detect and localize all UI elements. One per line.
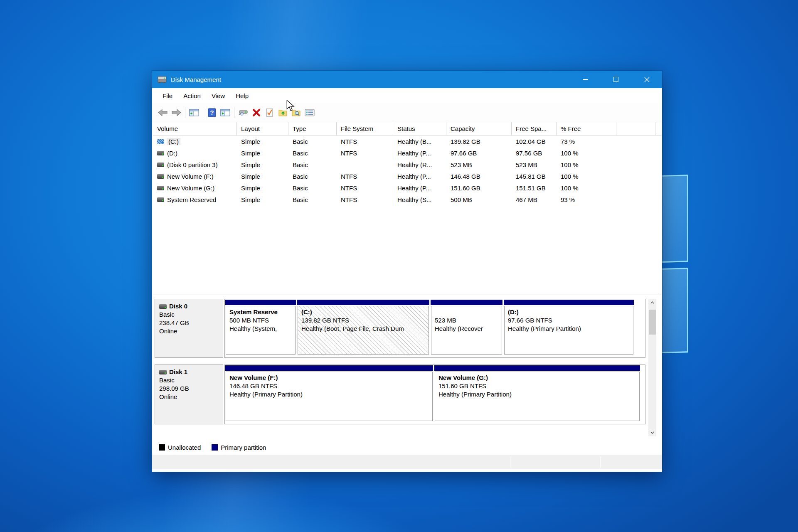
properties-list-icon xyxy=(305,108,315,117)
mark-partition-button[interactable] xyxy=(263,106,276,119)
type-cell: Basic xyxy=(288,161,337,168)
help-icon: ? xyxy=(208,108,216,117)
vertical-scrollbar[interactable] xyxy=(648,299,656,436)
table-row[interactable]: New Volume (F:) Simple Basic NTFS Health… xyxy=(153,170,661,182)
scroll-down-icon[interactable] xyxy=(648,429,656,436)
volume-icon xyxy=(157,174,164,179)
disk-icon xyxy=(159,304,167,309)
status-cell: Healthy (R... xyxy=(393,161,446,168)
forward-button[interactable] xyxy=(170,106,183,119)
partition-c-drive[interactable]: (C:) 139.82 GB NTFS Healthy (Boot, Page … xyxy=(297,300,429,357)
properties-button[interactable] xyxy=(303,106,316,119)
unallocated-swatch xyxy=(159,444,165,451)
disk-1-row: Disk 1 Basic 298.09 GB Online New Volume… xyxy=(155,365,645,424)
partition-title xyxy=(435,308,502,316)
partition-size: 500 MB NTFS xyxy=(229,316,295,325)
minimize-button[interactable] xyxy=(570,71,601,88)
partition-title: New Volume (F:) xyxy=(229,374,432,382)
status-cell: Healthy (P... xyxy=(393,185,446,192)
fs-cell: NTFS xyxy=(337,138,393,145)
partition-system-reserved[interactable]: System Reserve 500 MB NTFS Healthy (Syst… xyxy=(225,300,296,357)
scroll-up-icon[interactable] xyxy=(648,299,656,306)
partition-g-drive[interactable]: New Volume (G:) 151.60 GB NTFS Healthy (… xyxy=(434,365,640,424)
partition-title: System Reserve xyxy=(229,308,295,316)
table-row[interactable]: System Reserved Simple Basic NTFS Health… xyxy=(153,194,661,205)
status-bar-divider xyxy=(510,456,510,468)
capacity-cell: 523 MB xyxy=(446,161,512,168)
layout-cell: Simple xyxy=(237,161,288,168)
volume-c-icon xyxy=(157,139,164,144)
menu-view[interactable]: View xyxy=(206,89,230,102)
partition-health: Healthy (Recover xyxy=(435,325,502,333)
scrollbar-thumb[interactable] xyxy=(649,310,656,335)
free-space-cell: 102.04 GB xyxy=(512,138,557,145)
partition-size: 146.48 GB NTFS xyxy=(229,382,432,390)
back-arrow-icon xyxy=(158,109,168,116)
column-header-layout[interactable]: Layout xyxy=(237,122,288,135)
status-cell: Healthy (B... xyxy=(393,138,446,145)
disk-status: Online xyxy=(159,327,223,335)
table-row[interactable]: (Disk 0 partition 3) Simple Basic Health… xyxy=(153,159,661,170)
table-row[interactable]: (C:) Simple Basic NTFS Healthy (B... 139… xyxy=(153,135,661,147)
free-space-cell: 97.56 GB xyxy=(512,150,557,157)
table-row[interactable]: (D:) Simple Basic NTFS Healthy (P... 97.… xyxy=(153,147,661,159)
pct-free-cell: 100 % xyxy=(557,150,616,157)
partition-f-drive[interactable]: New Volume (F:) 146.48 GB NTFS Healthy (… xyxy=(225,365,433,424)
layout-cell: Simple xyxy=(237,173,288,180)
primary-partition-band xyxy=(225,300,296,305)
delete-volume-button[interactable] xyxy=(250,106,263,119)
free-space-cell: 523 MB xyxy=(512,161,557,168)
volume-name: System Reserved xyxy=(167,196,216,203)
column-header-type[interactable]: Type xyxy=(288,122,337,135)
partition-title: (D:) xyxy=(508,308,633,316)
disk-1-label-panel[interactable]: Disk 1 Basic 298.09 GB Online xyxy=(155,365,223,424)
menu-action[interactable]: Action xyxy=(178,89,206,102)
disk-name: Disk 0 xyxy=(169,302,187,310)
disk-management-window: Disk Management File Action View Help xyxy=(152,71,662,472)
volume-icon xyxy=(157,197,164,202)
title-bar[interactable]: Disk Management xyxy=(152,71,662,88)
device-status-button[interactable] xyxy=(236,106,250,119)
fs-cell: NTFS xyxy=(337,150,393,157)
console-tree-icon xyxy=(189,108,199,117)
maximize-button[interactable] xyxy=(601,71,631,88)
disk-size: 298.09 GB xyxy=(159,384,223,393)
volume-name: (C:) xyxy=(167,138,180,145)
disk-0-label-panel[interactable]: Disk 0 Basic 238.47 GB Online xyxy=(155,299,223,358)
column-header-free-space[interactable]: Free Spa... xyxy=(512,122,557,135)
column-header-pct-free[interactable]: % Free xyxy=(557,122,616,135)
pct-free-cell: 100 % xyxy=(557,173,616,180)
column-header-volume[interactable]: Volume xyxy=(153,122,237,135)
column-header-file-system[interactable]: File System xyxy=(337,122,393,135)
show-console-tree-button[interactable] xyxy=(187,106,201,119)
toolbar-separator xyxy=(234,107,234,118)
toolbar: ? xyxy=(152,103,662,122)
partition-health: Healthy (Boot, Page File, Crash Dum xyxy=(301,325,429,333)
fs-cell: NTFS xyxy=(337,185,393,192)
help-button[interactable]: ? xyxy=(205,106,219,119)
svg-text:?: ? xyxy=(210,109,214,116)
disk-status: Online xyxy=(159,393,223,401)
menu-file[interactable]: File xyxy=(157,89,178,102)
primary-partition-band xyxy=(225,365,433,371)
menu-help[interactable]: Help xyxy=(230,89,254,102)
volume-name: New Volume (G:) xyxy=(167,185,214,192)
type-cell: Basic xyxy=(288,185,337,192)
type-cell: Basic xyxy=(288,150,337,157)
layout-cell: Simple xyxy=(237,138,288,145)
disk-type: Basic xyxy=(159,376,223,384)
back-button[interactable] xyxy=(156,106,170,119)
show-action-pane-button[interactable] xyxy=(219,106,232,119)
partition-recovery[interactable]: 523 MB Healthy (Recover xyxy=(431,300,502,357)
status-cell: Healthy (S... xyxy=(393,196,446,203)
minimize-icon xyxy=(583,79,588,80)
primary-partition-swatch xyxy=(212,444,218,451)
column-header-status[interactable]: Status xyxy=(393,122,446,135)
window-title: Disk Management xyxy=(171,76,221,83)
mouse-cursor xyxy=(285,100,296,113)
column-header-capacity[interactable]: Capacity xyxy=(446,122,512,135)
table-row[interactable]: New Volume (G:) Simple Basic NTFS Health… xyxy=(153,182,661,194)
close-button[interactable] xyxy=(631,71,662,88)
partition-health: Healthy (Primary Partition) xyxy=(229,390,432,399)
partition-d-drive[interactable]: (D:) 97.66 GB NTFS Healthy (Primary Part… xyxy=(504,300,634,357)
